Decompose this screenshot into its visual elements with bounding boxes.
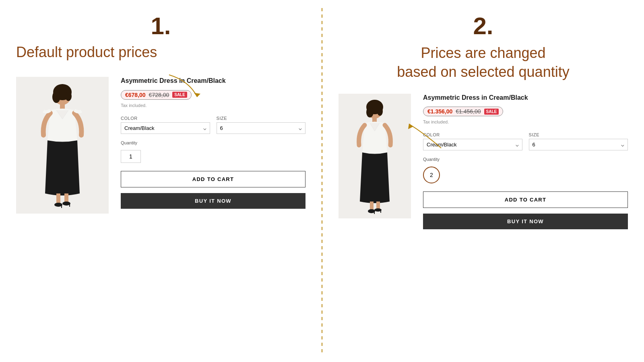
svg-rect-10 [61, 205, 62, 208]
size-select-1[interactable]: 6 ⌵ [217, 122, 306, 134]
svg-rect-23 [374, 211, 375, 214]
buy-it-now-button-2[interactable]: BUY IT NOW [423, 214, 628, 229]
product-details-1: Asymmetric Dress in Cream/Black €678,00 … [121, 77, 305, 209]
quantity-input-1[interactable]: 1 [121, 150, 141, 163]
step-number-1: 1. [16, 12, 305, 40]
product-area-2: Asymmetric Dress in Cream/Black €1.356,0… [339, 94, 628, 230]
product-area-1: Asymmetric Dress in Cream/Black €678,00 … [16, 77, 305, 214]
svg-rect-19 [370, 202, 374, 210]
svg-rect-24 [380, 210, 381, 213]
svg-point-17 [377, 107, 383, 116]
chevron-down-icon: ⌵ [203, 125, 206, 131]
panel2-title: Prices are changed based on selected qua… [339, 44, 628, 82]
add-to-cart-button-2[interactable]: ADD TO CART [423, 191, 628, 208]
chevron-down-icon-4: ⌵ [621, 142, 624, 148]
svg-point-3 [52, 91, 60, 103]
panel-1: 1. Default product prices [0, 0, 322, 362]
step-number-2: 2. [339, 12, 628, 40]
arrow-annotation-1 [129, 73, 209, 105]
svg-point-16 [366, 107, 374, 117]
chevron-down-icon-3: ⌵ [516, 142, 519, 148]
field-row-1: COLOR Cream/Black ⌵ SIZE 6 ⌵ [121, 116, 305, 134]
sale-badge-2: SALE [484, 109, 499, 115]
product-image-1 [16, 77, 109, 214]
price-row-2: €1.356,00 €1.456,00 SALE [423, 107, 503, 116]
product-details-2: Asymmetric Dress in Cream/Black €1.356,0… [423, 94, 628, 230]
price-sale-2: €1.356,00 [427, 108, 452, 115]
size-label-1: SIZE [217, 116, 306, 121]
product-title-2: Asymmetric Dress in Cream/Black [423, 94, 628, 102]
add-to-cart-button-1[interactable]: ADD TO CART [121, 171, 305, 187]
svg-point-4 [65, 91, 72, 101]
price-original-2: €1.456,00 [456, 108, 481, 115]
size-group-2: SIZE 6 ⌵ [529, 132, 628, 150]
size-group-1: SIZE 6 ⌵ [217, 116, 306, 134]
svg-rect-6 [56, 193, 60, 204]
tax-text-2: Tax included. [423, 119, 628, 124]
svg-marker-12 [194, 93, 200, 97]
color-select-1[interactable]: Cream/Black ⌵ [121, 122, 210, 134]
panel-2: 2. Prices are changed based on selected … [322, 0, 644, 362]
quantity-label-1: Quantity [121, 140, 305, 145]
quantity-label-2: Quantity [423, 157, 628, 162]
chevron-down-icon-2: ⌵ [299, 125, 302, 131]
svg-rect-11 [69, 204, 70, 207]
arrow-annotation-2 [401, 118, 449, 150]
panel1-title: Default product prices [16, 44, 157, 61]
buy-it-now-button-1[interactable]: BUY IT NOW [121, 193, 305, 209]
product-image-2 [339, 94, 411, 218]
quantity-input-2[interactable]: 2 [423, 167, 440, 183]
color-label-1: COLOR [121, 116, 210, 121]
size-select-2[interactable]: 6 ⌵ [529, 139, 628, 150]
color-group-1: COLOR Cream/Black ⌵ [121, 116, 210, 134]
field-row-2: COLOR Cream/Black ⌵ SIZE 6 ⌵ [423, 132, 628, 150]
size-label-2: SIZE [529, 132, 628, 137]
